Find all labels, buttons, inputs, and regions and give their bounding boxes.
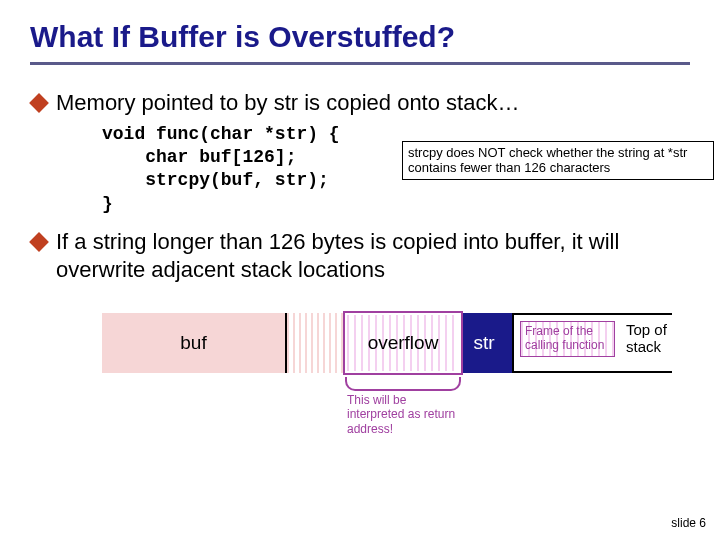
callout-box: strcpy does NOT check whether the string…: [402, 141, 714, 180]
stack-top-label: Top of stack: [626, 321, 674, 356]
title-underline: [30, 62, 690, 65]
stack-seg-frame: Frame of the calling function Top of sta…: [514, 313, 674, 373]
stack-seg-buf: buf: [102, 313, 287, 373]
stack-frame-label: Frame of the calling function: [520, 321, 615, 357]
bullet-1: Memory pointed to by str is copied onto …: [30, 89, 690, 117]
diamond-icon: [29, 93, 49, 113]
brace-icon: [345, 377, 461, 391]
bullet-2-text: If a string longer than 126 bytes is cop…: [56, 228, 690, 283]
bullet-2: If a string longer than 126 bytes is cop…: [30, 228, 690, 283]
slide-number: slide 6: [671, 516, 706, 530]
code-block: void func(char *str) { char buf[126]; st…: [102, 123, 690, 217]
overflow-note: This will be interpreted as return addre…: [345, 393, 461, 436]
stack-seg-str: str: [454, 313, 514, 373]
stack-seg-overflow: overflow: [343, 311, 463, 375]
code-line-4: }: [102, 193, 690, 216]
slide-title: What If Buffer is Overstuffed?: [30, 20, 690, 54]
diamond-icon: [29, 232, 49, 252]
bullet-1-text: Memory pointed to by str is copied onto …: [56, 89, 519, 117]
overflow-annotation: This will be interpreted as return addre…: [345, 377, 461, 436]
stack-diagram: buf overflow str Frame of the calling fu…: [102, 313, 672, 373]
slide: What If Buffer is Overstuffed? Memory po…: [0, 0, 720, 540]
